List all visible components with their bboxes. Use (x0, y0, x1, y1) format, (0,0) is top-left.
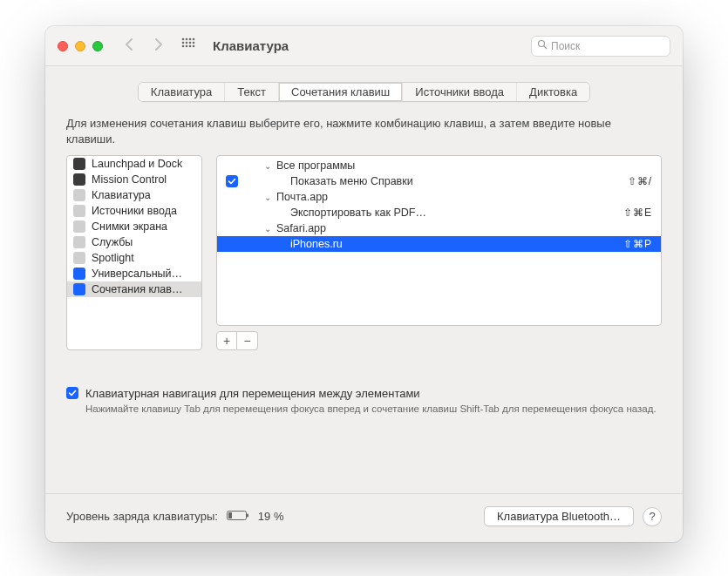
svg-rect-15 (247, 513, 248, 517)
preferences-window: Клавиатура Поиск КлавиатураТекстСочетани… (45, 26, 683, 542)
svg-point-6 (189, 42, 192, 44)
launchpad-icon (72, 157, 86, 171)
category-item-label: Клавиатура (92, 189, 151, 201)
category-item-label: Сочетания клав… (92, 283, 182, 295)
spotlight-icon (72, 251, 86, 265)
battery-label: Уровень заряда клавиатуры: (66, 510, 218, 523)
shortcut-item-label: Показать меню Справки (290, 175, 628, 187)
category-item-label: Снимки экрана (92, 220, 167, 233)
search-icon (537, 39, 548, 52)
category-item-label: Источники ввода (92, 205, 177, 217)
keyboard-nav-label: Клавиатурная навигация для перемещения м… (85, 387, 420, 400)
remove-shortcut-button[interactable]: − (237, 331, 258, 350)
search-field[interactable]: Поиск (531, 36, 670, 57)
svg-point-3 (193, 38, 195, 41)
back-button[interactable] (124, 38, 134, 53)
category-item-launchpad[interactable]: Launchpad и Dock (67, 156, 201, 172)
shortcut-group[interactable]: ⌄Все программы (217, 158, 661, 173)
svg-point-9 (186, 45, 188, 48)
screenshots-icon (72, 220, 86, 234)
svg-point-7 (193, 42, 195, 44)
search-placeholder: Поиск (551, 40, 580, 52)
instruction-text: Для изменения сочетания клавиш выберите … (66, 116, 662, 146)
keyboard-icon (72, 188, 86, 202)
tab-2[interactable]: Сочетания клавиш (279, 83, 403, 101)
category-item-label: Spotlight (92, 252, 134, 264)
shortcut-item-label: iPhones.ru (290, 238, 623, 250)
category-item-app-shortcuts[interactable]: Сочетания клав… (67, 281, 201, 297)
footer: Уровень заряда клавиатуры: 19 % Клавиату… (45, 493, 683, 542)
shortcut-group-label: Почта.app (276, 191, 661, 203)
window-controls (58, 41, 103, 51)
shortcut-group[interactable]: ⌄Почта.app (217, 189, 661, 205)
shortcut-group-label: Все программы (276, 159, 661, 172)
tab-3[interactable]: Источники ввода (403, 83, 517, 101)
minimize-window-button[interactable] (75, 41, 85, 51)
shortcut-keys: ⇧⌘/ (628, 175, 652, 187)
zoom-window-button[interactable] (92, 41, 103, 51)
tab-0[interactable]: Клавиатура (139, 83, 225, 101)
disclosure-triangle-icon: ⌄ (264, 224, 276, 234)
svg-point-10 (189, 45, 192, 48)
category-item-accessibility[interactable]: Универсальный… (67, 266, 201, 281)
category-item-label: Универсальный… (92, 268, 182, 280)
accessibility-icon (72, 267, 86, 281)
keyboard-nav-hint: Нажимайте клавишу Tab для перемещения фо… (85, 403, 662, 414)
svg-point-4 (182, 42, 185, 44)
category-item-mission-control[interactable]: Mission Control (67, 172, 201, 187)
shortcut-item-label: Экспортировать как PDF… (290, 207, 623, 219)
add-shortcut-button[interactable]: + (216, 331, 237, 350)
svg-point-1 (186, 38, 188, 41)
titlebar: Клавиатура Поиск (45, 26, 683, 66)
category-item-services[interactable]: Службы (67, 234, 201, 250)
battery-icon (227, 510, 249, 524)
disclosure-triangle-icon: ⌄ (264, 161, 276, 171)
close-window-button[interactable] (58, 41, 68, 51)
tab-4[interactable]: Диктовка (517, 83, 589, 101)
app-shortcuts-icon (72, 282, 86, 296)
shortcut-group-label: Safari.app (276, 222, 661, 234)
category-item-label: Launchpad и Dock (92, 158, 182, 170)
forward-button[interactable] (153, 38, 164, 53)
window-title: Клавиатура (213, 38, 289, 53)
svg-point-12 (539, 41, 545, 47)
services-icon (72, 235, 86, 249)
tab-bar: КлавиатураТекстСочетания клавишИсточники… (138, 82, 590, 102)
shortcut-keys: ⇧⌘E (623, 207, 652, 219)
help-button[interactable]: ? (643, 507, 662, 526)
category-list: Launchpad и DockMission ControlКлавиатур… (66, 155, 202, 350)
show-all-prefs-button[interactable] (181, 37, 195, 54)
svg-line-13 (544, 46, 547, 49)
disclosure-triangle-icon: ⌄ (264, 193, 276, 202)
keyboard-nav-checkbox[interactable] (66, 387, 78, 399)
shortcut-item[interactable]: Экспортировать как PDF…⇧⌘E (217, 205, 661, 220)
category-item-keyboard[interactable]: Клавиатура (67, 187, 201, 203)
shortcut-checkbox[interactable] (226, 175, 238, 187)
category-item-screenshots[interactable]: Снимки экрана (67, 219, 201, 234)
shortcut-group[interactable]: ⌄Safari.app (217, 220, 661, 236)
svg-point-8 (182, 45, 185, 48)
shortcut-keys: ⇧⌘P (623, 238, 652, 250)
shortcut-item[interactable]: iPhones.ru⇧⌘P (217, 236, 661, 252)
shortcut-list: ⌄Все программыПоказать меню Справки⇧⌘/⌄П… (216, 155, 662, 326)
shortcut-item[interactable]: Показать меню Справки⇧⌘/ (217, 173, 661, 189)
mission-control-icon (72, 173, 86, 186)
category-item-label: Службы (92, 236, 133, 248)
bluetooth-keyboard-button[interactable]: Клавиатура Bluetooth… (484, 506, 634, 526)
category-item-label: Mission Control (92, 173, 167, 186)
category-item-input-sources[interactable]: Источники ввода (67, 203, 201, 219)
svg-point-5 (186, 42, 188, 44)
svg-point-0 (182, 38, 185, 41)
add-remove-controls: + − (216, 331, 662, 350)
category-item-spotlight[interactable]: Spotlight (67, 250, 201, 266)
svg-rect-16 (228, 512, 232, 518)
battery-percent: 19 % (258, 510, 284, 523)
svg-point-2 (189, 38, 192, 41)
tab-1[interactable]: Текст (225, 83, 279, 101)
svg-point-11 (193, 45, 195, 48)
input-sources-icon (72, 204, 86, 218)
